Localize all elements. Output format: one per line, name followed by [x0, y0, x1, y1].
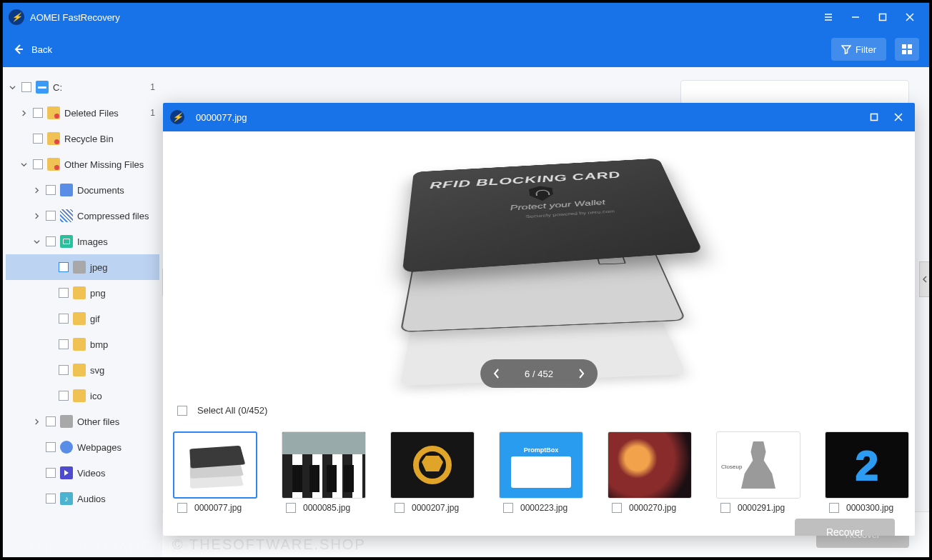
recycle-bin-icon [47, 132, 60, 145]
tree-item-bmp[interactable]: bmp [6, 331, 159, 357]
folder-tree: C: 1 Deleted Files 1 Recycle Bin Othe [3, 67, 162, 557]
thumbnail-item[interactable]: 0000077.jpg [173, 431, 257, 513]
tree-item-other-missing[interactable]: Other Missing Files [6, 151, 159, 177]
arrow-left-icon [13, 44, 24, 55]
modal-titlebar: ⚡ 0000077.jpg [163, 103, 915, 131]
view-grid-button[interactable] [895, 38, 919, 61]
checkbox[interactable] [46, 185, 56, 195]
tree-label: Videos [77, 468, 106, 479]
checkbox[interactable] [59, 339, 69, 349]
app-title: AOMEI FastRecovery [30, 12, 815, 23]
checkbox[interactable] [59, 288, 69, 298]
checkbox[interactable] [33, 108, 43, 118]
tree-item-jpeg[interactable]: jpeg [6, 254, 159, 280]
svg-rect-5 [871, 114, 878, 121]
chevron-right-icon [21, 110, 27, 116]
select-all-row[interactable]: Select All (0/452) [163, 399, 915, 419]
tree-item-drive-c[interactable]: C: 1 [6, 74, 159, 100]
tree-item-videos[interactable]: Videos [6, 460, 159, 486]
titlebar: ⚡ AOMEI FastRecovery [3, 3, 929, 31]
drive-icon [36, 81, 49, 94]
checkbox[interactable] [59, 365, 69, 375]
tree-item-recycle-bin[interactable]: Recycle Bin [6, 126, 159, 151]
preview-text-line1: RFID BLOCKING CARD [430, 169, 623, 191]
checkbox[interactable] [612, 503, 622, 513]
checkbox[interactable] [33, 134, 43, 144]
next-button[interactable] [569, 361, 593, 386]
checkbox[interactable] [59, 314, 69, 324]
collapse-handle[interactable] [919, 261, 929, 297]
thumbnail-item[interactable]: 0000270.jpg [608, 431, 692, 513]
chevron-right-icon [34, 419, 40, 425]
prev-button[interactable] [485, 361, 509, 386]
folder-icon [47, 158, 60, 171]
svg-rect-2 [908, 44, 912, 49]
thumbnail-item[interactable]: 0000085.jpg [282, 431, 366, 513]
tree-label: Audios [77, 494, 106, 504]
chevron-right-icon [34, 213, 40, 219]
checkbox[interactable] [33, 159, 43, 169]
tree-item-images[interactable]: Images [6, 229, 159, 254]
checkbox[interactable] [829, 503, 839, 513]
checkbox[interactable] [46, 442, 56, 452]
chevron-down-icon [9, 84, 16, 91]
thumbnail-item[interactable]: 2 0000300.jpg [825, 431, 909, 513]
menu-icon[interactable] [815, 3, 842, 31]
recover-button[interactable]: Recover [795, 519, 895, 536]
tree-count: 1 [146, 108, 155, 118]
tree-item-ico[interactable]: ico [6, 383, 159, 409]
checkbox[interactable] [46, 494, 56, 504]
tree-item-svg[interactable]: svg [6, 357, 159, 383]
checkbox[interactable] [46, 416, 56, 426]
tree-item-gif[interactable]: gif [6, 306, 159, 331]
tree-label: svg [90, 365, 104, 376]
checkbox[interactable] [46, 211, 56, 221]
thumbnail-item[interactable]: Closeup 0000291.jpg [716, 431, 800, 513]
images-icon [60, 235, 73, 248]
checkbox[interactable] [286, 503, 296, 513]
maximize-icon[interactable] [869, 3, 896, 31]
svg-rect-4 [908, 50, 912, 54]
modal-close-icon[interactable] [886, 103, 911, 131]
tree-item-other-files[interactable]: Other files [6, 409, 159, 434]
search-input[interactable] [680, 80, 909, 104]
tree-label: ico [90, 391, 102, 401]
checkbox[interactable] [59, 391, 69, 401]
thumbnail-item[interactable]: 0000207.jpg [390, 431, 475, 513]
folder-icon [73, 389, 86, 402]
tree-item-audios[interactable]: Audios [6, 486, 159, 511]
close-icon[interactable] [896, 3, 923, 31]
filter-button[interactable]: Filter [831, 38, 886, 61]
checkbox[interactable] [46, 468, 56, 478]
checkbox[interactable] [21, 82, 31, 92]
tree-item-documents[interactable]: Documents [6, 177, 159, 203]
pager-text: 6 / 452 [509, 369, 569, 379]
thumb-label: 0000085.jpg [303, 503, 350, 513]
tree-label: bmp [90, 339, 108, 350]
checkbox[interactable] [395, 503, 405, 513]
web-icon [60, 441, 73, 454]
tree-item-webpages[interactable]: Webpages [6, 434, 159, 460]
tree-item-deleted-files[interactable]: Deleted Files 1 [6, 100, 159, 126]
checkbox[interactable] [720, 503, 730, 513]
svg-rect-0 [880, 14, 886, 21]
tree-item-compressed[interactable]: Compressed files [6, 203, 159, 229]
back-button[interactable]: Back [13, 44, 52, 55]
checkbox[interactable] [59, 262, 69, 272]
checkbox[interactable] [177, 406, 187, 416]
tree-count: 1 [146, 82, 155, 92]
checkbox[interactable] [46, 236, 56, 246]
folder-icon [73, 312, 86, 325]
tree-label: Documents [77, 185, 124, 196]
other-icon [60, 415, 73, 428]
grid-icon [901, 44, 913, 55]
thumbnail-item[interactable]: PromptBox 0000223.jpg [499, 431, 583, 513]
checkbox[interactable] [177, 503, 187, 513]
toolbar: Back Filter [3, 31, 929, 67]
minimize-icon[interactable] [842, 3, 869, 31]
preview-modal: ⚡ 0000077.jpg RFID BLOCKING CARD Protect… [163, 103, 915, 536]
checkbox[interactable] [503, 503, 513, 513]
modal-maximize-icon[interactable] [862, 103, 886, 131]
select-all-label: Select All (0/452) [197, 405, 267, 416]
tree-item-png[interactable]: png [6, 280, 159, 306]
